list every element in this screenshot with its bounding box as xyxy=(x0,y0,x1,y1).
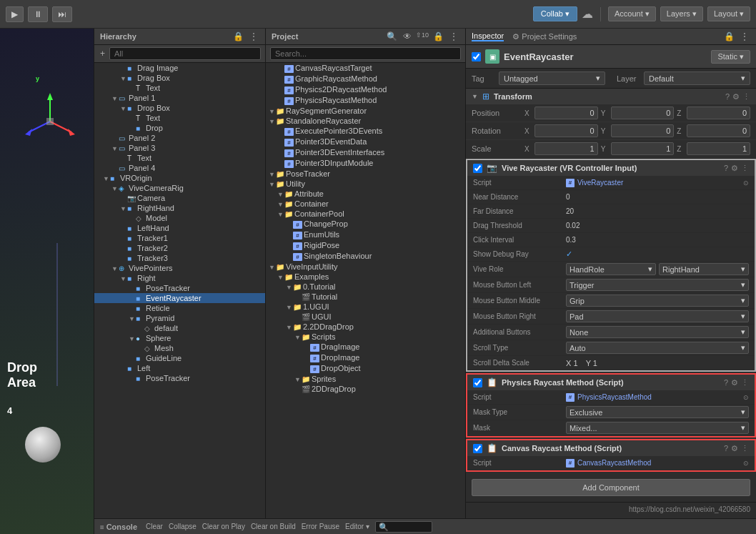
hierarchy-item[interactable]: ▼▭Panel 1 xyxy=(94,93,265,103)
hierarchy-item[interactable]: 📷Camera xyxy=(94,193,265,203)
hierarchy-item[interactable]: ■LeftHand xyxy=(94,223,265,233)
project-item[interactable]: 🎬UGUI xyxy=(266,312,465,322)
rot-x-input[interactable] xyxy=(534,124,598,137)
hierarchy-item[interactable]: ▭Panel 4 xyxy=(94,163,265,173)
hierarchy-menu-btn[interactable]: ⋮ xyxy=(248,31,259,41)
hierarchy-search-input[interactable] xyxy=(109,47,261,60)
project-item[interactable]: #Pointer3DEventData xyxy=(266,137,465,147)
project-item[interactable]: ▼📁ContainerPool xyxy=(266,209,465,219)
vive-settings-btn[interactable]: ⚙ xyxy=(731,164,738,173)
hierarchy-item[interactable]: ▼▭Panel 3 xyxy=(94,143,265,153)
hierarchy-item[interactable]: ■Drag Image xyxy=(94,63,265,73)
project-item[interactable]: ▼📁Scripts xyxy=(266,332,465,342)
physics-menu-btn[interactable]: ⋮ xyxy=(741,378,749,387)
project-item[interactable]: #RigidPose xyxy=(266,240,465,251)
add-component-button[interactable]: Add Component xyxy=(472,479,750,496)
project-item[interactable]: ▼📁StandaloneRaycaster xyxy=(266,116,465,126)
hierarchy-item[interactable]: ▼■Right xyxy=(94,273,265,283)
hierarchy-item[interactable]: TText xyxy=(94,153,265,163)
physics-active-checkbox[interactable] xyxy=(473,378,482,387)
hierarchy-item[interactable]: TText xyxy=(94,83,265,93)
project-item[interactable]: ▼📁Container xyxy=(266,199,465,209)
canvas-menu-btn[interactable]: ⋮ xyxy=(741,444,749,453)
hierarchy-item[interactable]: ▼■VROrigin xyxy=(94,173,265,183)
collab-button[interactable]: Collab ▾ xyxy=(533,6,577,21)
hierarchy-item[interactable]: ◇Model xyxy=(94,213,265,223)
project-item[interactable]: 🎬2DDragDrop xyxy=(266,384,465,394)
scale-z-input[interactable] xyxy=(687,142,750,155)
project-item[interactable]: ▼📁Attribute xyxy=(266,189,465,199)
project-search-input[interactable] xyxy=(270,47,461,60)
transform-header[interactable]: ▼ ⊞ Transform ? ⚙ ⋮ xyxy=(466,89,756,104)
hierarchy-item[interactable]: TText xyxy=(94,113,265,123)
mouse-middle-dropdown[interactable]: Grip▾ xyxy=(566,295,749,307)
hierarchy-lock-btn[interactable]: 🔒 xyxy=(232,31,245,41)
project-lock-btn[interactable]: 🔒 xyxy=(432,31,445,41)
mouse-left-dropdown[interactable]: Trigger▾ xyxy=(566,279,749,291)
vive-help-btn[interactable]: ? xyxy=(724,164,728,173)
hierarchy-item[interactable]: ◇Mesh xyxy=(94,343,265,353)
hierarchy-add-btn[interactable]: + xyxy=(99,49,106,59)
project-item[interactable]: 🎬Tutorial xyxy=(266,292,465,302)
vive-role-dropdown2[interactable]: RightHand▾ xyxy=(659,263,749,275)
clear-on-build-btn[interactable]: Clear on Build xyxy=(248,522,299,531)
layers-dropdown[interactable]: Layers ▾ xyxy=(660,6,703,21)
inspector-lock-btn[interactable]: 🔒 xyxy=(722,31,736,41)
project-eye-btn[interactable]: 👁 xyxy=(402,31,413,41)
project-item[interactable]: #ExecutePointer3DEvents xyxy=(266,126,465,137)
hierarchy-item[interactable]: ■PoseTracker xyxy=(94,373,265,383)
hierarchy-item[interactable]: ▼■Drag Box xyxy=(94,73,265,83)
hierarchy-item[interactable]: ▼■Drop Box xyxy=(94,103,265,113)
vive-raycaster-header[interactable]: 📷 Vive Raycaster (VR Controller Input) ?… xyxy=(467,160,755,176)
hierarchy-item[interactable]: ■Tracker2 xyxy=(94,243,265,253)
physics-settings-btn[interactable]: ⚙ xyxy=(731,378,738,387)
editor-btn[interactable]: Editor ▾ xyxy=(342,522,372,531)
project-item[interactable]: ▼📁1.UGUI xyxy=(266,302,465,312)
step-button[interactable]: ⏭ xyxy=(52,6,72,22)
vive-active-checkbox[interactable] xyxy=(473,164,482,173)
scroll-type-dropdown[interactable]: Auto▾ xyxy=(566,342,749,354)
transform-settings-btn[interactable]: ⚙ xyxy=(732,92,740,102)
hierarchy-item[interactable]: ■Drop xyxy=(94,123,265,133)
mask-type-dropdown[interactable]: Exclusive▾ xyxy=(566,406,749,418)
hierarchy-item[interactable]: ▼■RightHand xyxy=(94,203,265,213)
project-item[interactable]: #Pointer3DInputModule xyxy=(266,158,465,169)
project-search-btn[interactable]: 🔍 xyxy=(385,31,399,41)
pause-button[interactable]: ⏸ xyxy=(28,6,48,22)
hierarchy-item[interactable]: ■Tracker1 xyxy=(94,233,265,243)
canvas-script-link[interactable]: ⊙ xyxy=(743,460,749,467)
project-item[interactable]: #DropImage xyxy=(266,352,465,363)
show-debug-checkbox[interactable]: ✓ xyxy=(566,249,572,259)
vive-role-dropdown1[interactable]: HandRole▾ xyxy=(566,263,656,275)
project-item[interactable]: #CanvasRaycastTarget xyxy=(266,63,465,74)
go-active-checkbox[interactable] xyxy=(472,52,481,61)
hierarchy-item[interactable]: ■PoseTracker xyxy=(94,283,265,293)
project-item[interactable]: ▼📁PoseTracker xyxy=(266,169,465,179)
pos-x-input[interactable] xyxy=(534,107,598,119)
mouse-right-dropdown[interactable]: Pad▾ xyxy=(566,310,749,322)
layout-dropdown[interactable]: Layout ▾ xyxy=(707,6,750,21)
mask-dropdown[interactable]: Mixed...▾ xyxy=(566,422,749,434)
transform-menu-btn[interactable]: ⋮ xyxy=(742,92,750,102)
vive-menu-btn[interactable]: ⋮ xyxy=(741,164,749,173)
rot-y-input[interactable] xyxy=(611,124,675,137)
project-item[interactable]: #Physics2DRaycastMethod xyxy=(266,84,465,95)
project-item[interactable]: #Pointer3DEventInterfaces xyxy=(266,147,465,158)
hierarchy-item[interactable]: ▭Panel 2 xyxy=(94,133,265,143)
transform-help-btn[interactable]: ? xyxy=(725,92,730,102)
collapse-btn[interactable]: Collapse xyxy=(166,522,199,531)
project-item[interactable]: ▼📁2.2DDragDrop xyxy=(266,322,465,332)
physics-help-btn[interactable]: ? xyxy=(724,378,728,387)
inspector-tab[interactable]: Inspector xyxy=(472,31,504,41)
project-item[interactable]: ▼📁ViveInputUtility xyxy=(266,262,465,272)
hierarchy-item[interactable]: ◇default xyxy=(94,323,265,333)
project-menu-btn[interactable]: ⋮ xyxy=(448,31,459,41)
physics-raycast-header[interactable]: 📋 Physics Raycast Method (Script) ? ⚙ ⋮ xyxy=(467,375,755,390)
vive-script-link[interactable]: ⊙ xyxy=(743,179,749,187)
hierarchy-item[interactable]: ■Reticle xyxy=(94,303,265,313)
hierarchy-item[interactable]: ■Tracker3 xyxy=(94,253,265,263)
hierarchy-item[interactable]: ▼⊕VivePointers xyxy=(94,263,265,273)
settings-tab[interactable]: ⚙ Project Settings xyxy=(512,32,577,41)
clear-on-play-btn[interactable]: Clear on Play xyxy=(199,522,248,531)
project-item[interactable]: ▼📁Sprites xyxy=(266,374,465,384)
